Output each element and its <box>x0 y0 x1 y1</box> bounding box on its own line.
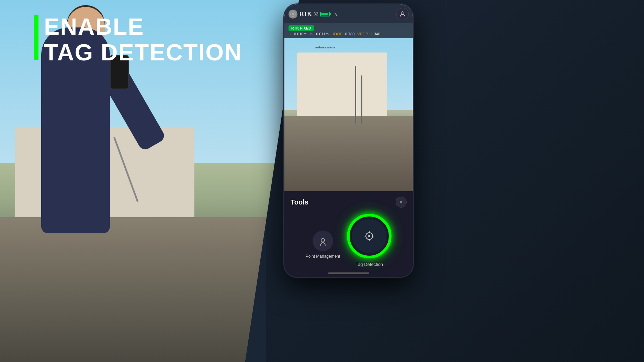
h-label: H <box>289 32 291 36</box>
tool-item-tag-detection[interactable]: Tag Detection <box>347 214 392 258</box>
svg-point-3 <box>321 238 325 242</box>
tag-detection-ring: Tag Detection <box>347 214 392 258</box>
tag-detection-icon <box>363 230 375 242</box>
battery-icon <box>320 12 331 16</box>
camera-view: ardoise aréna RTK 32 <box>284 4 413 197</box>
hdop-label: HDOP <box>331 32 342 36</box>
point-management-label: Point Management <box>306 254 340 259</box>
rtk-header: RTK 32 ∨ <box>284 4 413 23</box>
cam-pole-2 <box>361 75 362 124</box>
point-management-icon-wrapper <box>313 231 333 251</box>
cam-building: ardoise aréna <box>297 52 387 120</box>
battery-body <box>320 12 330 16</box>
svg-point-1 <box>292 13 294 15</box>
title-text-block: ENABLE TAG DETECTION <box>44 14 242 65</box>
tools-panel: Tools × Point Management <box>284 191 413 277</box>
vdop-label: VDOP <box>357 32 368 36</box>
svg-point-5 <box>368 235 370 237</box>
satellite-count: 32 <box>314 12 318 16</box>
v-value: 0.011m <box>316 32 329 36</box>
tools-content: Point Management <box>284 210 413 272</box>
cam-pole-1 <box>355 66 356 124</box>
title-overlay: ENABLE TAG DETECTION <box>34 14 242 65</box>
rtk-stats-row: H 0.010m 1v 0.011m HDOP 0.780 VDOP 1.340 <box>289 32 409 36</box>
tools-title: Tools <box>291 198 308 206</box>
tool-item-point-management[interactable]: Point Management <box>306 231 340 259</box>
cam-ground <box>284 116 413 197</box>
battery-fill <box>321 13 328 15</box>
title-line-enable: ENABLE <box>44 14 242 39</box>
tools-close-button[interactable]: × <box>396 197 407 208</box>
home-indicator <box>328 272 369 274</box>
rtk-fixed-badge: RTK FIXED <box>289 25 314 31</box>
close-icon: × <box>399 199 403 205</box>
point-management-icon <box>318 236 328 246</box>
vdop-value: 1.340 <box>371 32 380 36</box>
user-profile-button[interactable] <box>396 8 409 20</box>
tag-detection-label: Tag Detection <box>356 262 383 267</box>
svg-point-2 <box>401 12 404 14</box>
rtk-label: RTK <box>300 11 312 17</box>
green-accent-bar <box>34 15 38 60</box>
battery-tip <box>330 13 331 15</box>
phone-mockup: ardoise aréna RTK 32 <box>283 3 414 278</box>
h-value: 0.010m <box>294 32 307 36</box>
ground-bg <box>0 217 299 362</box>
hdop-value: 0.780 <box>345 32 355 36</box>
chevron-down-icon[interactable]: ∨ <box>335 11 338 17</box>
building-label: ardoise aréna <box>315 46 336 49</box>
v-label: 1v <box>309 32 314 36</box>
phone-section: ardoise aréna RTK 32 <box>266 0 644 362</box>
title-line-tag-detection: TAG DETECTION <box>44 39 242 65</box>
tools-header: Tools × <box>284 191 413 210</box>
svg-point-4 <box>366 233 373 240</box>
photo-section: ENABLE TAG DETECTION <box>0 0 299 362</box>
rtk-fixed-badge-row: RTK FIXED H 0.010m 1v 0.011m HDOP 0.780 … <box>284 23 413 38</box>
tag-detection-inner <box>352 219 386 253</box>
rtk-signal-icon <box>289 10 297 19</box>
